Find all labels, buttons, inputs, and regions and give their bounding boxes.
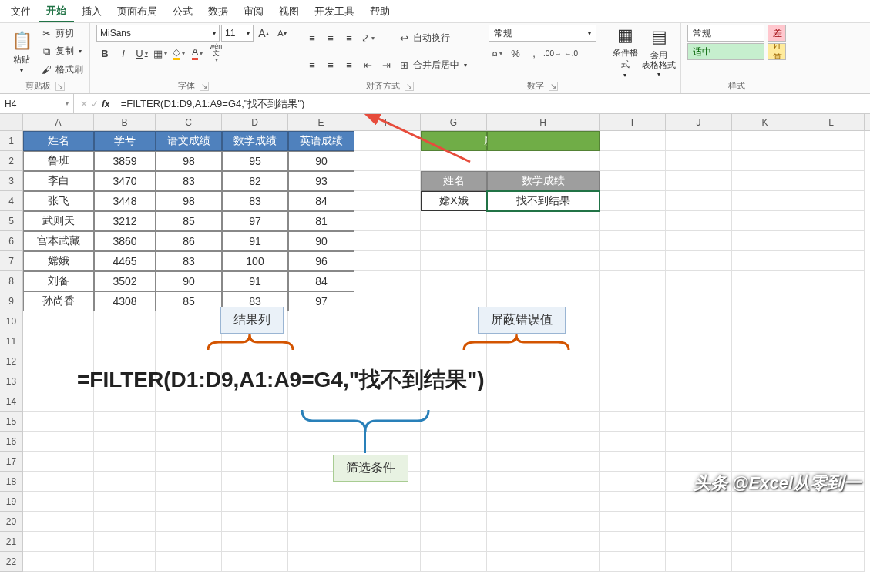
cell[interactable] <box>354 231 421 251</box>
cell[interactable]: 宫本武藏 <box>23 231 94 251</box>
menu-item-插入[interactable]: 插入 <box>74 2 109 22</box>
menu-item-公式[interactable]: 公式 <box>165 2 200 22</box>
bold-button[interactable]: B <box>96 45 113 62</box>
cell[interactable] <box>421 211 487 231</box>
cell[interactable] <box>666 251 732 271</box>
cell[interactable] <box>732 311 798 331</box>
cell-style-bad[interactable]: 差 <box>768 25 786 42</box>
cell[interactable] <box>666 271 732 291</box>
cell[interactable] <box>354 151 421 171</box>
menu-item-页面布局[interactable]: 页面布局 <box>109 2 165 22</box>
cell[interactable] <box>600 472 666 492</box>
cell[interactable] <box>94 492 156 512</box>
cell[interactable] <box>421 291 487 311</box>
cell[interactable] <box>288 512 354 532</box>
cell[interactable] <box>94 472 156 492</box>
row-header[interactable]: 19 <box>0 492 23 512</box>
col-header[interactable]: F <box>354 114 421 130</box>
cell[interactable] <box>666 452 732 472</box>
increase-decimal-button[interactable]: .00→ <box>544 45 561 62</box>
cell[interactable]: 3860 <box>94 231 156 251</box>
cell[interactable] <box>798 291 865 311</box>
cell[interactable] <box>487 512 600 532</box>
col-header[interactable]: A <box>23 114 94 130</box>
font-size-combo[interactable]: 11▾ <box>221 25 254 42</box>
wrap-text-button[interactable]: ↩自动换行 <box>398 30 467 47</box>
cell[interactable] <box>798 271 865 291</box>
cell[interactable] <box>222 452 288 472</box>
cell[interactable] <box>732 492 798 512</box>
row-header[interactable]: 16 <box>0 432 23 452</box>
menu-item-开始[interactable]: 开始 <box>39 1 74 22</box>
cell[interactable] <box>732 231 798 251</box>
cell[interactable] <box>666 552 732 572</box>
cell[interactable] <box>732 291 798 311</box>
cell[interactable]: 85 <box>156 211 222 231</box>
cell[interactable] <box>23 472 94 492</box>
align-left-button[interactable]: ≡ <box>304 57 321 74</box>
cell[interactable] <box>23 552 94 572</box>
cell[interactable]: 81 <box>288 211 354 231</box>
col-header[interactable]: L <box>798 114 865 130</box>
cell[interactable] <box>732 452 798 472</box>
cell[interactable] <box>421 412 487 432</box>
currency-button[interactable]: ¤ <box>489 45 506 62</box>
cell[interactable] <box>354 171 421 191</box>
cell[interactable] <box>600 331 666 351</box>
cell[interactable] <box>354 311 421 331</box>
cell[interactable] <box>666 492 732 512</box>
cell[interactable] <box>487 251 600 271</box>
cell[interactable] <box>421 472 487 492</box>
cell[interactable] <box>94 512 156 532</box>
cell[interactable] <box>354 532 421 552</box>
cell[interactable] <box>732 251 798 271</box>
cell[interactable] <box>222 532 288 552</box>
cell[interactable] <box>600 251 666 271</box>
cell[interactable] <box>732 131 798 151</box>
cell[interactable] <box>798 311 865 331</box>
cell[interactable] <box>798 251 865 271</box>
cell[interactable] <box>421 271 487 291</box>
row-header[interactable]: 20 <box>0 512 23 532</box>
row-header[interactable]: 5 <box>0 211 23 231</box>
cell[interactable] <box>421 331 487 351</box>
cell[interactable] <box>666 512 732 532</box>
cell[interactable]: 84 <box>288 191 354 211</box>
italic-button[interactable]: I <box>115 45 132 62</box>
cell[interactable]: 91 <box>222 271 288 291</box>
cell[interactable] <box>354 412 421 432</box>
cell[interactable] <box>666 131 732 151</box>
row-header[interactable]: 13 <box>0 371 23 391</box>
merge-center-button[interactable]: ⊞合并后居中▾ <box>398 57 467 74</box>
menu-item-数据[interactable]: 数据 <box>200 2 236 22</box>
cell[interactable] <box>600 452 666 472</box>
cell[interactable] <box>23 532 94 552</box>
cell[interactable] <box>222 492 288 512</box>
cell[interactable] <box>732 331 798 351</box>
cell[interactable]: 90 <box>156 271 222 291</box>
fx-icon[interactable]: fx <box>102 99 110 109</box>
cell[interactable] <box>732 412 798 432</box>
cell[interactable] <box>666 432 732 452</box>
cell[interactable] <box>666 371 732 391</box>
cell[interactable] <box>156 331 222 351</box>
cell[interactable] <box>156 532 222 552</box>
cell[interactable]: 97 <box>288 291 354 311</box>
cell[interactable] <box>732 371 798 391</box>
cell[interactable] <box>354 552 421 572</box>
cell[interactable] <box>94 532 156 552</box>
cell[interactable]: 找不到结果 <box>487 191 600 211</box>
cell[interactable] <box>666 532 732 552</box>
cell[interactable]: 姓名 <box>421 171 487 191</box>
cell[interactable] <box>354 472 421 492</box>
row-header[interactable]: 18 <box>0 472 23 492</box>
cell[interactable] <box>600 532 666 552</box>
cell[interactable] <box>798 351 865 371</box>
cell[interactable] <box>354 291 421 311</box>
cell[interactable]: 96 <box>288 251 354 271</box>
cell[interactable] <box>600 191 666 211</box>
cell[interactable] <box>421 512 487 532</box>
row-header[interactable]: 12 <box>0 351 23 371</box>
cell[interactable] <box>354 452 421 472</box>
cell[interactable] <box>798 371 865 391</box>
